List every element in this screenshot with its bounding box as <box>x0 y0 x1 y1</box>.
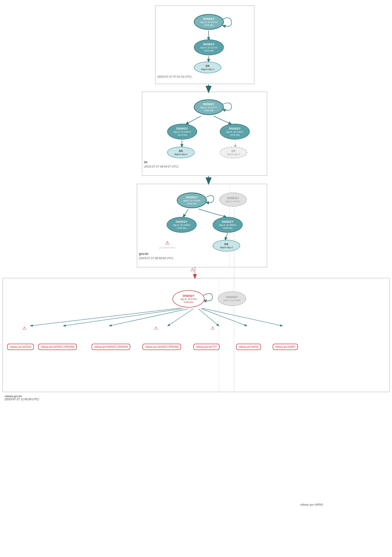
govtw-zsk2-node: DNSKEY alg=8, id=380012048 bits <box>213 217 243 233</box>
rec-nsec3param-1: railway.gov.tw/NSEC3PARAM <box>38 344 77 350</box>
root-ds-node: DS digest alg=2 <box>194 62 221 73</box>
tw-zsk1-node: DNSKEY alg=8, id=508141024 bits <box>167 124 197 140</box>
tw-zone-label: tw <box>144 160 147 164</box>
between-warn-icon: ⚠ <box>190 267 194 272</box>
govtw-ds-node: DS digest alg=2 <box>213 240 240 252</box>
govtw-zone-timestamp: (2023-07-27 08:49:48 UTC) <box>139 257 173 260</box>
warn-soa-icon: ⚠ <box>22 325 26 331</box>
railway-ksk-node: DNSKEY alg=8, id=87902048 bits <box>172 290 205 308</box>
warn-nsec3-icon: ⚠ <box>154 325 158 331</box>
diagram-container: (2023-07-27 07:01:10 UTC) DNSKEY alg=8, … <box>0 0 392 557</box>
govtw-ksk-inactive-node: DNSKEY alg=8, id=514 <box>219 192 247 207</box>
govtw-zsk1-node: DNSKEY alg=8, id=209042048 bits <box>167 217 197 233</box>
govtw-warning-group: ⚠ gov.tw/DNSKEY <box>159 240 176 249</box>
govtw-zone-label: gov.tw <box>139 252 148 256</box>
govtw-warn-label: gov.tw/DNSKEY <box>159 246 176 249</box>
railway-footer-label: railway.gov.tw (2023-07-27 11:45:50 UTC) <box>5 395 39 401</box>
govtw-warn-icon: ⚠ <box>159 240 176 246</box>
rec-soa: railway.gov.tw/SOA <box>7 344 34 350</box>
between-zones-warning: ⚠ <box>190 267 194 272</box>
twins-label: railway gov tWINS <box>300 503 323 506</box>
tw-ds1-node: DS digest alg=2 <box>167 147 195 158</box>
warn-txt-icon: ⚠ <box>211 325 215 331</box>
root-zone-timestamp: (2023-07-27 07:01:10 UTC) <box>157 75 192 78</box>
tw-zsk2-node: DNSKEY alg=8, id=108211024 bits <box>220 124 250 140</box>
rec-txt: railway.gov.tw/TXT <box>193 344 220 350</box>
tw-ksk-node: DNSKEY alg=8, id=512772048 bits <box>194 99 224 115</box>
rec-nsec3param-2: railway.gov.tw/NSEC3PARAM <box>92 344 130 350</box>
rec-ns: railway.gov.tw/NS <box>236 344 261 350</box>
rec-mx: railway.gov.tw/MX <box>273 344 298 350</box>
root-zsk-node: DNSKEY alg=8, id=110192048 bits <box>194 39 224 55</box>
railway-ksk-inactive-node: DNSKEY alg=8, id=29995 <box>218 291 246 306</box>
root-ksk-node: DNSKEY alg=8, id=203262048 bits <box>194 14 224 30</box>
rec-nsec3param-3: railway.gov.tw/NSEC3PARAM <box>142 344 181 350</box>
govtw-ksk-node: DNSKEY alg=8, id=194352048 bits <box>177 192 207 208</box>
tw-ds2-node: DS digest alg=2 <box>220 147 247 158</box>
tw-zone-timestamp: (2023-07-27 08:49:27 UTC) <box>144 165 178 168</box>
